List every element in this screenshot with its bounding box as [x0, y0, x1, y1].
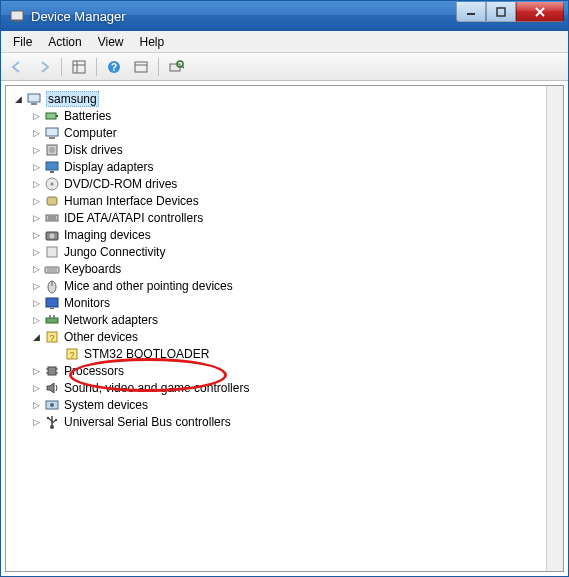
- tree-category-label: Processors: [64, 364, 124, 378]
- tree-category-label: Disk drives: [64, 143, 123, 157]
- tree-category[interactable]: ▷Sound, video and game controllers: [8, 379, 544, 396]
- tree-root[interactable]: ◢samsung: [8, 90, 544, 107]
- tree-category[interactable]: ◢?Other devices: [8, 328, 544, 345]
- svg-text:?: ?: [111, 62, 117, 73]
- tree-category-label: Monitors: [64, 296, 110, 310]
- tree-device[interactable]: ?STM32 BOOTLOADER: [8, 345, 544, 362]
- expander-icon[interactable]: ▷: [30, 161, 42, 173]
- tree-category[interactable]: ▷Batteries: [8, 107, 544, 124]
- tree-category[interactable]: ▷System devices: [8, 396, 544, 413]
- window-controls: [456, 2, 564, 22]
- tree-category-label: Batteries: [64, 109, 111, 123]
- expander-icon[interactable]: ▷: [30, 229, 42, 241]
- titlebar[interactable]: Device Manager: [1, 1, 568, 31]
- detail-view-button[interactable]: [67, 56, 91, 78]
- svg-rect-15: [31, 103, 37, 105]
- expander-icon[interactable]: ▷: [30, 110, 42, 122]
- svg-rect-3: [497, 8, 505, 16]
- svg-point-21: [49, 147, 55, 153]
- svg-rect-4: [73, 61, 85, 73]
- tree-category-label: Imaging devices: [64, 228, 151, 242]
- expander-icon[interactable]: ▷: [30, 297, 42, 309]
- tree-category-label: IDE ATA/ATAPI controllers: [64, 211, 203, 225]
- device-manager-window: Device Manager File Action View Help ? ◢…: [0, 0, 569, 577]
- tree-category[interactable]: ▷Display adapters: [8, 158, 544, 175]
- menu-action[interactable]: Action: [40, 33, 89, 51]
- expander-icon[interactable]: ▷: [30, 280, 42, 292]
- tree-category[interactable]: ▷Mice and other pointing devices: [8, 277, 544, 294]
- tree-category-label: Network adapters: [64, 313, 158, 327]
- monitor-icon: [44, 295, 60, 311]
- toolbar: ?: [1, 53, 568, 81]
- menu-help[interactable]: Help: [132, 33, 173, 51]
- usb-icon: [44, 414, 60, 430]
- svg-rect-47: [48, 367, 56, 375]
- scan-hardware-button[interactable]: [164, 56, 188, 78]
- vertical-scrollbar[interactable]: [546, 86, 563, 571]
- tree-category[interactable]: ▷Keyboards: [8, 260, 544, 277]
- expander-icon[interactable]: ▷: [30, 382, 42, 394]
- unknown-icon: ?: [64, 346, 80, 362]
- svg-rect-38: [46, 298, 58, 307]
- hid-icon: [44, 193, 60, 209]
- tree-category[interactable]: ▷Jungo Connectivity: [8, 243, 544, 260]
- svg-rect-11: [170, 64, 180, 71]
- expander-icon[interactable]: ▷: [30, 144, 42, 156]
- tree-category[interactable]: ▷Network adapters: [8, 311, 544, 328]
- svg-text:?: ?: [69, 350, 74, 360]
- expander-icon[interactable]: ◢: [12, 93, 24, 105]
- menu-view[interactable]: View: [90, 33, 132, 51]
- svg-text:?: ?: [49, 333, 54, 343]
- mouse-icon: [44, 278, 60, 294]
- svg-rect-39: [50, 308, 54, 309]
- svg-rect-41: [49, 315, 51, 318]
- tree-category-label: Computer: [64, 126, 117, 140]
- display-icon: [44, 159, 60, 175]
- toolbar-separator: [61, 58, 62, 76]
- device-tree[interactable]: ◢samsung▷Batteries▷Computer▷Disk drives▷…: [6, 86, 546, 571]
- close-button[interactable]: [516, 2, 564, 22]
- expander-icon[interactable]: ▷: [30, 212, 42, 224]
- expander-icon[interactable]: ▷: [30, 195, 42, 207]
- show-hidden-button[interactable]: [129, 56, 153, 78]
- maximize-button[interactable]: [486, 2, 516, 22]
- tree-category[interactable]: ▷Monitors: [8, 294, 544, 311]
- battery-icon: [44, 108, 60, 124]
- tree-category-label: System devices: [64, 398, 148, 412]
- tree-category-label: Keyboards: [64, 262, 121, 276]
- tree-category[interactable]: ▷Imaging devices: [8, 226, 544, 243]
- keyboard-icon: [44, 261, 60, 277]
- expander-icon[interactable]: ▷: [30, 416, 42, 428]
- svg-point-25: [51, 182, 54, 185]
- back-button[interactable]: [5, 56, 29, 78]
- expander-icon[interactable]: ▷: [30, 399, 42, 411]
- tree-category-label: Sound, video and game controllers: [64, 381, 249, 395]
- window-title: Device Manager: [31, 9, 456, 24]
- svg-rect-19: [49, 137, 55, 139]
- tree-category-label: Jungo Connectivity: [64, 245, 165, 259]
- menubar: File Action View Help: [1, 31, 568, 53]
- tree-category[interactable]: ▷Universal Serial Bus controllers: [8, 413, 544, 430]
- expander-icon[interactable]: ▷: [30, 263, 42, 275]
- forward-button[interactable]: [32, 56, 56, 78]
- tree-category[interactable]: ▷DVD/CD-ROM drives: [8, 175, 544, 192]
- expander-icon[interactable]: ▷: [30, 314, 42, 326]
- expander-icon[interactable]: ▷: [30, 178, 42, 190]
- tree-category[interactable]: ▷Disk drives: [8, 141, 544, 158]
- svg-point-58: [47, 416, 49, 418]
- tree-category[interactable]: ▷Computer: [8, 124, 544, 141]
- expander-icon[interactable]: ▷: [30, 127, 42, 139]
- expander-icon[interactable]: ◢: [30, 331, 42, 343]
- expander-icon[interactable]: ▷: [30, 246, 42, 258]
- menu-file[interactable]: File: [5, 33, 40, 51]
- tree-category[interactable]: ▷Human Interface Devices: [8, 192, 544, 209]
- expander-icon[interactable]: ▷: [30, 365, 42, 377]
- tree-category[interactable]: ▷IDE ATA/ATAPI controllers: [8, 209, 544, 226]
- tree-category[interactable]: ▷Processors: [8, 362, 544, 379]
- help-button[interactable]: ?: [102, 56, 126, 78]
- minimize-button[interactable]: [456, 2, 486, 22]
- cpu-icon: [44, 363, 60, 379]
- computer-icon: [44, 125, 60, 141]
- tree-device-label: STM32 BOOTLOADER: [84, 347, 209, 361]
- tree-category-label: Mice and other pointing devices: [64, 279, 233, 293]
